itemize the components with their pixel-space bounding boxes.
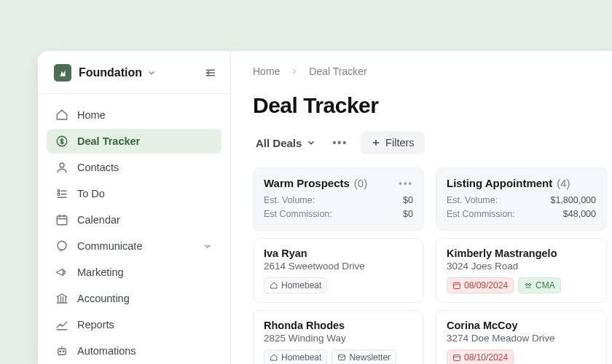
deal-address: 2614 Sweetwood Drive [264, 261, 413, 272]
svg-rect-10 [57, 216, 67, 225]
sidebar-item-label: Accounting [77, 293, 130, 304]
org-name: Foundation [79, 66, 142, 79]
plus-icon [371, 138, 381, 148]
deal-name: Rhonda Rhodes [264, 320, 413, 331]
sidebar-item-contacts[interactable]: Contacts [47, 155, 221, 180]
tag-date[interactable]: 08/10/2024 [447, 349, 514, 365]
sidebar-item-label: Reports [77, 319, 114, 331]
date-icon [452, 281, 461, 290]
column-warm-prospects: Warm Prospects (0) ••• Est. Volume:$0 Es… [253, 167, 424, 364]
svg-point-4 [60, 163, 64, 167]
deal-name: Corina McCoy [447, 320, 596, 331]
sidebar-item-reports[interactable]: Reports [47, 312, 221, 337]
column-more-button[interactable]: ••• [399, 178, 413, 189]
filters-label: Filters [385, 137, 414, 149]
sidebar-item-automations[interactable]: Automations [47, 339, 221, 363]
chevron-down-icon [203, 241, 213, 251]
svg-point-24 [526, 283, 528, 285]
deal-tags: 08/10/2024 [447, 349, 596, 365]
svg-point-7 [58, 193, 60, 195]
deal-card[interactable]: Rhonda Rhodes 2825 Winding Way HomebeatN… [253, 310, 424, 365]
breadcrumb: Home Deal Tracker [231, 51, 612, 89]
org-switcher[interactable] [146, 68, 157, 78]
sidebar-item-accounting[interactable]: Accounting [47, 286, 221, 311]
column-title: Listing Appointment [447, 177, 552, 189]
deal-tags: Homebeat [264, 277, 413, 293]
toolbar: All Deals ••• Filters [253, 131, 590, 154]
deal-card[interactable]: Corina McCoy 3274 Doe Meadow Drive 08/10… [436, 310, 607, 365]
sidebar-item-label: Automations [77, 345, 136, 357]
deal-address: 3024 Joes Road [447, 261, 596, 272]
home-icon [55, 108, 68, 122]
sidebar-header: Foundation [38, 51, 230, 94]
sidebar-item-label: Calendar [77, 214, 120, 226]
deal-address: 3274 Doe Meadow Drive [447, 333, 596, 344]
sidebar-item-calendar[interactable]: Calendar [47, 207, 221, 232]
svg-rect-27 [454, 355, 460, 360]
deal-tags: HomebeatNewsletter [264, 349, 413, 365]
app-window: Foundation Home Deal Tracker Contacts To… [38, 51, 612, 364]
dollar-icon [55, 135, 68, 148]
tag-date[interactable]: 08/09/2024 [447, 277, 514, 293]
tag-newsletter[interactable]: Newsletter [332, 349, 396, 365]
commission-value: $0 [403, 207, 413, 221]
volume-label: Est. Volume: [264, 194, 315, 207]
svg-point-17 [63, 351, 65, 352]
todo-icon [55, 187, 68, 200]
homebeat-icon [270, 281, 278, 290]
deal-address: 2825 Winding Way [264, 333, 413, 344]
sidebar-nav: Home Deal Tracker Contacts To Do Calenda… [38, 94, 230, 363]
breadcrumb-home[interactable]: Home [253, 66, 280, 77]
svg-point-25 [529, 283, 531, 285]
sidebar-item-label: To Do [77, 188, 105, 199]
column-header: Warm Prospects (0) ••• Est. Volume:$0 Es… [253, 167, 424, 231]
page-body: Deal Tracker All Deals ••• Filters Warm … [231, 89, 612, 364]
tag-homebeat[interactable]: Homebeat [264, 277, 327, 293]
chevron-down-icon [306, 138, 316, 148]
calendar-icon [55, 213, 68, 226]
sidebar-item-label: Contacts [77, 162, 119, 173]
volume-label: Est. Volume: [447, 194, 498, 207]
column-listing-appointment: Listing Appointment (4) Est. Volume:$1,8… [436, 167, 607, 364]
column-count: (0) [354, 177, 367, 189]
svg-point-16 [60, 351, 61, 352]
commission-label: Est Commission: [447, 207, 515, 221]
tag-homebeat[interactable]: Homebeat [264, 349, 327, 365]
tag-cma[interactable]: CMA [518, 277, 561, 293]
kanban-columns: Warm Prospects (0) ••• Est. Volume:$0 Es… [253, 167, 590, 364]
date-icon [452, 353, 461, 362]
homebeat-icon [270, 353, 278, 362]
user-icon [55, 161, 68, 174]
deals-filter-dropdown[interactable]: All Deals [253, 132, 319, 154]
sidebar-item-communicate[interactable]: Communicate [47, 234, 221, 258]
robot-icon [55, 344, 68, 357]
sidebar-item-home[interactable]: Home [47, 103, 221, 127]
sidebar-item-label: Home [77, 109, 106, 121]
deal-card[interactable]: Kimberly Mastrangelo 3024 Joes Road 08/0… [436, 238, 607, 303]
deals-filter-label: All Deals [256, 137, 302, 149]
chart-icon [55, 318, 68, 331]
svg-rect-15 [58, 349, 66, 355]
deal-card[interactable]: Iva Ryan 2614 Sweetwood Drive Homebeat [253, 238, 424, 303]
org-logo [54, 64, 71, 82]
collapse-sidebar-button[interactable] [204, 66, 217, 79]
filters-button[interactable]: Filters [361, 131, 424, 154]
main: Home Deal Tracker Deal Tracker All Deals… [231, 51, 612, 364]
svg-rect-22 [454, 282, 460, 288]
cma-icon [524, 281, 533, 290]
svg-point-5 [58, 190, 60, 192]
bank-icon [55, 292, 68, 305]
volume-value: $1,800,000 [550, 194, 596, 207]
sidebar-item-deal-tracker[interactable]: Deal Tracker [47, 129, 221, 154]
column-header: Listing Appointment (4) Est. Volume:$1,8… [436, 167, 607, 231]
column-count: (4) [557, 177, 570, 189]
page-title: Deal Tracker [253, 93, 590, 118]
megaphone-icon [55, 266, 68, 279]
toolbar-more-button[interactable]: ••• [326, 132, 353, 153]
volume-value: $0 [403, 194, 413, 207]
sidebar-item-marketing[interactable]: Marketing [47, 260, 221, 285]
sidebar-item-to-do[interactable]: To Do [47, 181, 221, 206]
sidebar-item-label: Marketing [77, 266, 124, 278]
deal-name: Kimberly Mastrangelo [447, 248, 596, 259]
deal-name: Iva Ryan [264, 248, 413, 259]
